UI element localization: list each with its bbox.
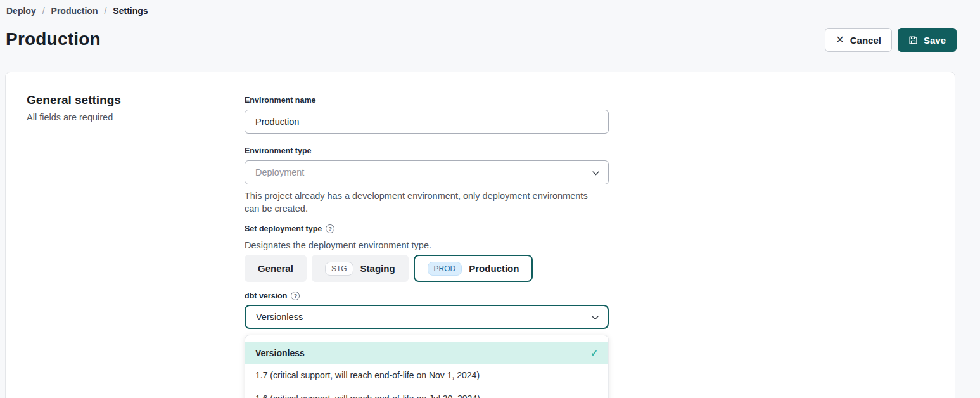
environment-type-value: Deployment [255,167,304,177]
header-actions: ✕ Cancel Save [825,28,957,52]
staging-button-label: Staging [360,263,395,274]
breadcrumb: Deploy / Production / Settings [6,6,148,16]
dbt-version-select[interactable]: Versionless [245,305,609,329]
general-settings-card: General settings All fields are required… [5,72,955,398]
production-button-label: Production [469,263,519,274]
dbt-version-option-versionless[interactable]: Versionless ✓ [245,342,608,364]
breadcrumb-separator: / [42,6,45,16]
save-button[interactable]: Save [898,28,957,52]
environment-type-help-text: This project already has a development e… [245,189,599,215]
check-icon: ✓ [590,348,598,358]
save-icon [908,35,918,45]
option-label: 1.7 (critical support, will reach end-of… [255,370,480,380]
breadcrumb-production[interactable]: Production [51,6,98,16]
cancel-button[interactable]: ✕ Cancel [825,28,892,52]
deployment-type-label-row: Set deployment type ? [245,224,609,234]
breadcrumb-separator: / [104,6,106,16]
section-intro: General settings All fields are required [27,93,121,122]
chevron-down-icon [592,312,599,322]
settings-form: Environment name Production Environment … [245,95,609,398]
breadcrumb-settings[interactable]: Settings [113,6,148,16]
dbt-version-label-row: dbt version ? [245,291,609,301]
deployment-type-staging-button[interactable]: STG Staging [312,255,409,282]
dbt-version-label: dbt version [245,291,287,301]
option-label: Versionless [255,348,305,358]
general-button-label: General [258,263,293,274]
deployment-type-label: Set deployment type [245,224,322,234]
deployment-type-options: General STG Staging PROD Production [245,255,609,282]
option-label: 1.6 (critical support, will reach end-of… [255,394,480,398]
breadcrumb-deploy[interactable]: Deploy [6,6,36,16]
deployment-type-general-button[interactable]: General [245,255,307,282]
section-heading: General settings [27,93,121,107]
cancel-button-label: Cancel [850,35,881,46]
dbt-version-option-1-6[interactable]: 1.6 (critical support, will reach end-of… [245,387,608,398]
help-icon[interactable]: ? [326,224,334,233]
environment-name-value: Production [255,117,299,127]
staging-badge: STG [325,262,353,276]
section-subheading: All fields are required [27,112,121,122]
page-title: Production [6,29,101,49]
environment-type-select[interactable]: Deployment [245,160,609,184]
deployment-type-description: Designates the deployment environment ty… [245,239,609,252]
chevron-down-icon [592,167,599,177]
close-icon: ✕ [836,35,844,45]
dbt-version-dropdown-menu: Versionless ✓ 1.7 (critical support, wil… [245,335,609,398]
help-icon[interactable]: ? [291,292,300,300]
production-badge: PROD [428,262,462,276]
environment-name-label: Environment name [245,95,609,105]
deployment-type-production-button[interactable]: PROD Production [414,255,533,282]
save-button-label: Save [924,35,946,46]
environment-name-input[interactable]: Production [245,110,609,134]
dbt-version-option-1-7[interactable]: 1.7 (critical support, will reach end-of… [245,364,608,387]
environment-type-label: Environment type [245,146,609,156]
dbt-version-value: Versionless [256,312,303,322]
